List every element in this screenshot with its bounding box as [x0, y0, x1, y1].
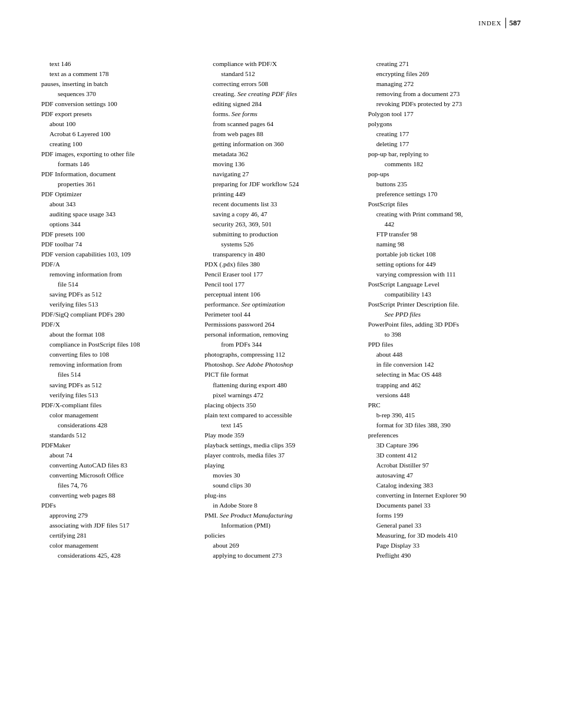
index-entry: PDF presets 100	[41, 229, 194, 239]
index-entry: versions 448	[368, 390, 521, 400]
index-entry: portable job ticket 108	[368, 249, 521, 259]
index-entry: plain text compared to accessible	[204, 410, 357, 420]
index-entry: in file conversion 142	[368, 360, 521, 370]
index-entry: selecting in Mac OS 448	[368, 370, 521, 380]
index-entry: PowerPoint files, adding 3D PDFs	[368, 319, 521, 330]
index-entry: plug-ins	[204, 490, 357, 500]
index-entry: from PDFs 344	[204, 340, 357, 350]
index-entry: file 514	[41, 279, 194, 289]
index-entry: about 74	[41, 450, 194, 460]
index-entry: compatibility 143	[368, 289, 521, 299]
index-entry: saving a copy 46, 47	[204, 209, 357, 219]
index-entry: player controls, media files 37	[204, 450, 357, 460]
index-entry: considerations 428	[41, 420, 194, 430]
index-entry: PDF export presets	[41, 109, 194, 119]
index-entry: pauses, inserting in batch	[41, 79, 194, 89]
index-entry: systems 526	[204, 239, 357, 249]
index-entry: associating with JDF files 517	[41, 521, 194, 531]
index-entry: verifying files 513	[41, 299, 194, 309]
column-1: text 146text as a comment 178pauses, ins…	[41, 59, 204, 561]
index-entry: from web pages 88	[204, 129, 357, 139]
index-entry: formats 146	[41, 159, 194, 169]
index-entry: PDF/A	[41, 259, 194, 269]
index-entry: playing	[204, 460, 357, 470]
index-entry: Perimeter tool 44	[204, 309, 357, 319]
index-entry: converting Microsoft Office	[41, 470, 194, 480]
index-entry: getting information on 360	[204, 139, 357, 149]
index-entry: considerations 425, 428	[41, 551, 194, 561]
index-entry: applying to document 273	[204, 551, 357, 561]
index-entry: Measuring, for 3D models 410	[368, 531, 521, 541]
index-entry: deleting 177	[368, 139, 521, 149]
index-entry: PPD files	[368, 340, 521, 350]
index-entry: color management	[41, 410, 194, 420]
index-entry: PostScript Printer Description file.	[368, 299, 521, 309]
index-entry: trapping and 462	[368, 380, 521, 390]
index-entry: PDF version capabilities 103, 109	[41, 249, 194, 259]
index-entry: buttons 235	[368, 179, 521, 189]
index-entry: 442	[368, 219, 521, 229]
index-entry: Acrobat 6 Layered 100	[41, 129, 194, 139]
header-divider	[505, 18, 506, 28]
index-entry: PDFs	[41, 500, 194, 510]
index-entry: text 145	[204, 420, 357, 430]
index-entry: navigating 27	[204, 169, 357, 179]
index-entry: preference settings 170	[368, 189, 521, 199]
index-entry: saving PDFs as 512	[41, 289, 194, 299]
index-entry: perceptual intent 106	[204, 289, 357, 299]
index-entry: autosaving 47	[368, 470, 521, 480]
index-entry: placing objects 350	[204, 400, 357, 410]
index-entry: Information (PMI)	[204, 521, 357, 531]
index-entry: b-rep 390, 415	[368, 410, 521, 420]
index-entry: converting in Internet Explorer 90	[368, 490, 521, 500]
index-entry: removing from a document 273	[368, 89, 521, 99]
index-entry: PDF/X	[41, 319, 194, 330]
index-entry: transparency in 480	[204, 249, 357, 259]
index-entry: PDF toolbar 74	[41, 239, 194, 249]
index-entry: naming 98	[368, 239, 521, 249]
index-entry: auditing space usage 343	[41, 209, 194, 219]
index-entry: moving 136	[204, 159, 357, 169]
index-entry: PDF conversion settings 100	[41, 99, 194, 109]
index-entry: files 74, 76	[41, 480, 194, 490]
index-entry: compliance with PDF/X	[204, 59, 357, 69]
index-entry: color management	[41, 541, 194, 551]
index-entry: approving 279	[41, 510, 194, 521]
index-entry: PICT file format	[204, 370, 357, 380]
index-entry: photographs, compressing 112	[204, 350, 357, 360]
index-entry: PMI. See Product Manufacturing	[204, 510, 357, 521]
index-entry: pop-ups	[368, 169, 521, 179]
index-entry: text as a comment 178	[41, 69, 194, 79]
index-entry: Pencil Eraser tool 177	[204, 269, 357, 279]
index-entry: Documents panel 33	[368, 500, 521, 510]
index-entry: to 398	[368, 330, 521, 340]
index-entry: PRC	[368, 400, 521, 410]
index-entry: PDF Information, document	[41, 169, 194, 179]
index-entry: options 344	[41, 219, 194, 229]
index-entry: editing signed 284	[204, 99, 357, 109]
index-entry: files 514	[41, 370, 194, 380]
index-entry: PDF/SigQ compliant PDFs 280	[41, 309, 194, 319]
index-entry: sound clips 30	[204, 480, 357, 490]
index-entry: converting AutoCAD files 83	[41, 460, 194, 470]
index-entry: PostScript files	[368, 199, 521, 209]
index-entry: verifying files 513	[41, 390, 194, 400]
index-entry: forms. See forms	[204, 109, 357, 119]
index-entry: in Adobe Store 8	[204, 500, 357, 510]
index-entry: creating 271	[368, 59, 521, 69]
column-3: creating 271encrypting files 269managing…	[368, 59, 521, 561]
index-entry: PDF images, exporting to other file	[41, 149, 194, 159]
index-entry: Catalog indexing 383	[368, 480, 521, 490]
index-entry: forms 199	[368, 510, 521, 521]
index-entry: submitting to production	[204, 229, 357, 239]
index-entry: about 269	[204, 541, 357, 551]
index-entry: preparing for JDF workflow 524	[204, 179, 357, 189]
index-entry: PDF Optimizer	[41, 189, 194, 199]
index-entry: about 100	[41, 119, 194, 129]
index-entry: personal information, removing	[204, 330, 357, 340]
page-number: 587	[510, 18, 521, 28]
index-entry: creating 177	[368, 129, 521, 139]
index-entry: PDF/X-compliant files	[41, 400, 194, 410]
index-entry: flattening during export 480	[204, 380, 357, 390]
index-entry: creating 100	[41, 139, 194, 149]
